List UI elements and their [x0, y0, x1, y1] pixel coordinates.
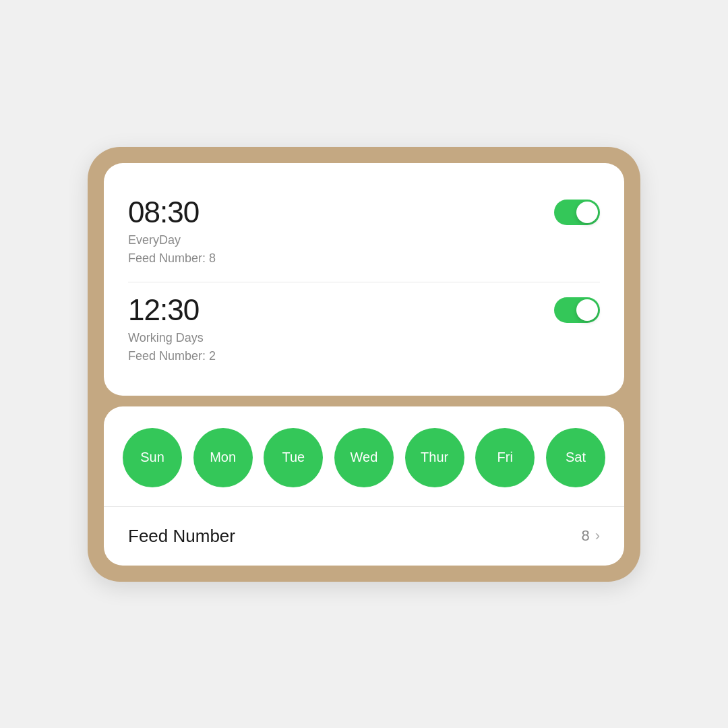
outer-card: 08:30 EveryDay Feed Number: 8 12:30 Work…	[88, 147, 640, 582]
toggle-2[interactable]	[554, 297, 600, 323]
time-display-2: 12:30	[128, 293, 216, 327]
schedule-item-2: 12:30 Working Days Feed Number: 2	[128, 282, 600, 374]
day-tuesday-label: Tue	[282, 450, 305, 465]
day-friday[interactable]: Fri	[475, 428, 535, 487]
day-tuesday[interactable]: Tue	[264, 428, 323, 487]
day-sunday[interactable]: Sun	[123, 428, 182, 487]
chevron-right-icon: ›	[595, 527, 600, 545]
schedule-item-1-info: 08:30 EveryDay Feed Number: 8	[128, 195, 216, 266]
days-card: Sun Mon Tue Wed Thur Fri Sat	[104, 406, 624, 566]
days-section: Sun Mon Tue Wed Thur Fri Sat	[104, 406, 624, 506]
feed-number-row[interactable]: Feed Number 8 ›	[104, 506, 624, 566]
day-friday-label: Fri	[497, 450, 513, 465]
day-monday-label: Mon	[210, 450, 236, 465]
day-wednesday[interactable]: Wed	[334, 428, 394, 487]
day-thursday[interactable]: Thur	[405, 428, 464, 487]
toggle-thumb-1	[576, 202, 598, 223]
schedule-frequency-2: Working Days	[128, 331, 216, 345]
days-row: Sun Mon Tue Wed Thur Fri Sat	[123, 428, 605, 487]
feed-section-label: Feed Number	[128, 526, 235, 547]
schedule-item-1: 08:30 EveryDay Feed Number: 8	[128, 185, 600, 276]
feed-section-value: 8	[581, 527, 589, 545]
feed-number-1: Feed Number: 8	[128, 251, 216, 266]
day-wednesday-label: Wed	[351, 450, 378, 465]
day-sunday-label: Sun	[140, 450, 164, 465]
time-display-1: 08:30	[128, 195, 216, 229]
day-saturday-label: Sat	[566, 450, 586, 465]
day-saturday[interactable]: Sat	[546, 428, 605, 487]
toggle-1[interactable]	[554, 200, 600, 225]
schedule-card: 08:30 EveryDay Feed Number: 8 12:30 Work…	[104, 163, 624, 396]
schedule-frequency-1: EveryDay	[128, 233, 216, 247]
day-monday[interactable]: Mon	[193, 428, 253, 487]
toggle-thumb-2	[576, 299, 598, 321]
schedule-item-2-info: 12:30 Working Days Feed Number: 2	[128, 293, 216, 363]
day-thursday-label: Thur	[421, 450, 448, 465]
feed-number-2: Feed Number: 2	[128, 349, 216, 363]
feed-section-right: 8 ›	[581, 527, 600, 545]
